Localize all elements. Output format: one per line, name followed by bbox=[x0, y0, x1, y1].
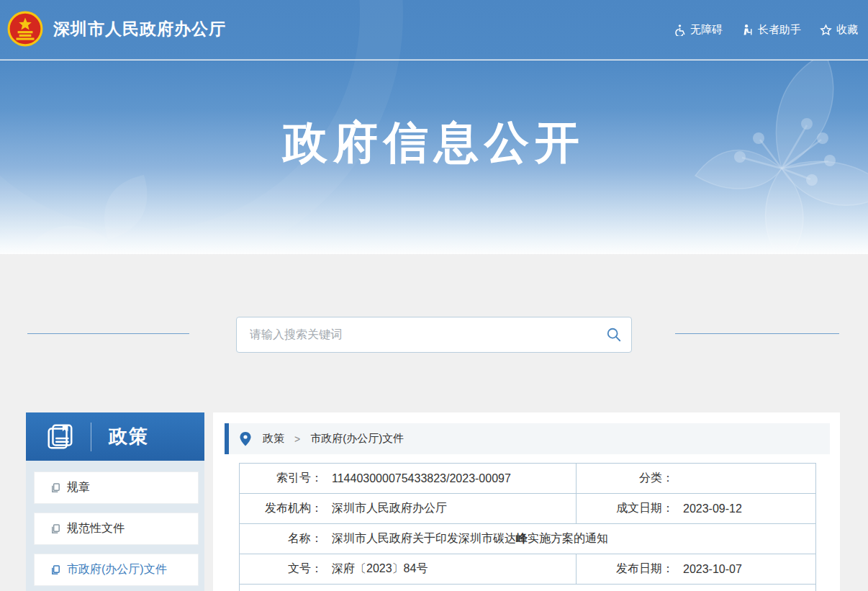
site-title: 深圳市人民政府办公厅 bbox=[53, 18, 226, 40]
main-content-panel: 政策 > 市政府(办公厅)文件 索引号： 114403000075433823/… bbox=[213, 412, 840, 591]
document-name-label: 名称： bbox=[240, 531, 322, 546]
elder-icon bbox=[741, 24, 754, 36]
issuing-agency-value: 深圳市人民政府办公厅 bbox=[332, 501, 447, 516]
sidebar-header-divider bbox=[91, 423, 91, 451]
accessibility-icon bbox=[674, 24, 686, 36]
document-number-cell: 文号： 深府〔2023〕84号 bbox=[240, 554, 577, 585]
table-row: 发布机构： 深圳市人民政府办公厅 成文日期： 2023-09-12 bbox=[240, 494, 816, 524]
index-number-label: 索引号： bbox=[240, 471, 322, 486]
breadcrumb: 政策 > 市政府(办公厅)文件 bbox=[225, 423, 830, 454]
table-row: 索引号： 114403000075433823/2023-00097 分类： bbox=[240, 464, 816, 494]
sidebar-item-normative-documents[interactable]: 规范性文件 bbox=[34, 513, 199, 545]
favorite-link[interactable]: 收藏 bbox=[820, 23, 858, 37]
written-date-value: 2023-09-12 bbox=[683, 502, 742, 515]
decorative-line-right bbox=[675, 333, 839, 334]
sidebar-item-label: 市政府(办公厅)文件 bbox=[67, 562, 167, 577]
written-date-label: 成文日期： bbox=[577, 501, 674, 516]
top-bar: 深圳市人民政府办公厅 无障碍 长者助手 bbox=[0, 0, 868, 60]
index-number-value: 114403000075433823/2023-00097 bbox=[332, 472, 511, 485]
search-button[interactable] bbox=[597, 317, 631, 352]
table-row bbox=[240, 585, 816, 591]
document-name-suffix: 实施方案的通知 bbox=[528, 532, 608, 544]
document-name-value: 深圳市人民政府关于印发深圳市碳达峰实施方案的通知 bbox=[332, 531, 608, 546]
favorite-label: 收藏 bbox=[836, 23, 858, 37]
decorative-line-left bbox=[27, 333, 189, 334]
sidebar-header: 政策 bbox=[26, 412, 204, 461]
document-name-highlight: 峰 bbox=[516, 532, 528, 544]
flower-decoration-left bbox=[29, 175, 187, 254]
document-icon bbox=[50, 523, 61, 534]
hero-banner: 政府信息公开 bbox=[0, 60, 868, 254]
category-label: 分类： bbox=[577, 471, 674, 486]
category-cell: 分类： bbox=[577, 464, 816, 494]
policy-book-icon bbox=[45, 422, 75, 452]
document-icon bbox=[50, 564, 61, 575]
breadcrumb-current: 市政府(办公厅)文件 bbox=[310, 432, 404, 446]
breadcrumb-accent-bar bbox=[225, 423, 229, 454]
publish-date-value: 2023-10-07 bbox=[683, 563, 742, 576]
issuing-agency-label: 发布机构： bbox=[240, 501, 322, 516]
search-input[interactable] bbox=[237, 317, 597, 352]
table-row: 名称： 深圳市人民政府关于印发深圳市碳达峰实施方案的通知 bbox=[240, 524, 816, 554]
elder-helper-link[interactable]: 长者助手 bbox=[741, 23, 801, 37]
issuing-agency-cell: 发布机构： 深圳市人民政府办公厅 bbox=[240, 494, 577, 524]
breadcrumb-root-link[interactable]: 政策 bbox=[263, 432, 284, 446]
document-number-label: 文号： bbox=[240, 561, 322, 577]
top-utility-links: 无障碍 长者助手 收藏 bbox=[674, 0, 858, 60]
policy-sidebar: 政策 规章 规范性文件 市政府(办公厅)文件 bbox=[26, 412, 204, 591]
table-row: 文号： 深府〔2023〕84号 发布日期： 2023-10-07 bbox=[240, 554, 816, 585]
location-pin-icon bbox=[240, 432, 251, 446]
page: 深圳市人民政府办公厅 无障碍 长者助手 bbox=[0, 0, 868, 591]
breadcrumb-separator: > bbox=[294, 433, 300, 445]
document-meta-table: 索引号： 114403000075433823/2023-00097 分类： 发… bbox=[239, 463, 816, 591]
sidebar-item-label: 规章 bbox=[67, 480, 90, 495]
publish-date-label: 发布日期： bbox=[577, 561, 674, 577]
page-title: 政府信息公开 bbox=[0, 112, 868, 173]
site-logo-home-link[interactable]: 深圳市人民政府办公厅 bbox=[7, 11, 226, 47]
star-icon bbox=[820, 24, 832, 36]
sidebar-item-rules[interactable]: 规章 bbox=[34, 472, 199, 504]
elder-helper-label: 长者助手 bbox=[758, 23, 801, 37]
sidebar-item-label: 规范性文件 bbox=[67, 521, 125, 536]
sidebar-item-municipal-government-documents[interactable]: 市政府(办公厅)文件 bbox=[34, 554, 199, 586]
national-emblem-icon bbox=[7, 11, 43, 47]
search-box bbox=[236, 317, 632, 353]
publish-date-cell: 发布日期： 2023-10-07 bbox=[577, 554, 816, 585]
accessibility-link[interactable]: 无障碍 bbox=[674, 23, 723, 37]
accessibility-label: 无障碍 bbox=[690, 23, 723, 37]
sidebar-menu: 规章 规范性文件 市政府(办公厅)文件 bbox=[26, 461, 204, 591]
search-icon bbox=[606, 327, 622, 343]
document-name-cell: 名称： 深圳市人民政府关于印发深圳市碳达峰实施方案的通知 bbox=[240, 524, 816, 554]
document-icon bbox=[50, 482, 61, 493]
document-number-value: 深府〔2023〕84号 bbox=[332, 561, 428, 577]
sidebar-header-label: 政策 bbox=[109, 424, 149, 449]
content-cell-partial bbox=[240, 585, 816, 591]
index-number-cell: 索引号： 114403000075433823/2023-00097 bbox=[240, 464, 577, 494]
written-date-cell: 成文日期： 2023-09-12 bbox=[577, 494, 816, 524]
document-name-prefix: 深圳市人民政府关于印发深圳市碳达 bbox=[332, 532, 516, 544]
